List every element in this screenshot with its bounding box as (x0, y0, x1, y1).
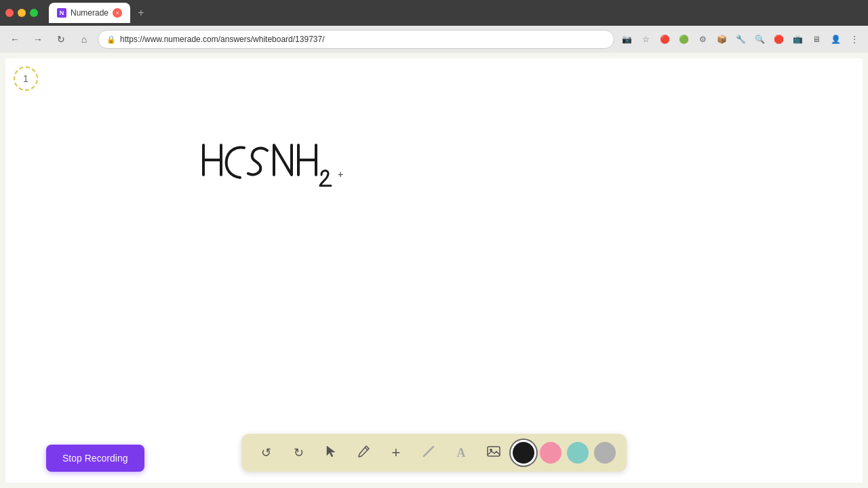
back-button[interactable]: ← (5, 30, 24, 49)
traffic-lights (5, 9, 38, 17)
extension-icon-6[interactable]: 🔍 (751, 31, 768, 47)
svg-text:+: + (338, 169, 343, 180)
home-button[interactable]: ⌂ (75, 30, 94, 49)
tab-title: Numerade (71, 8, 108, 18)
stop-recording-button[interactable]: Stop Recording (46, 445, 144, 472)
eraser-icon (422, 445, 435, 462)
undo-icon: ↺ (261, 445, 271, 460)
browser-window: N Numerade × + ← → ↻ ⌂ 🔒 https://www.num… (0, 0, 868, 488)
color-black-swatch[interactable] (513, 442, 534, 464)
whiteboard[interactable]: 1 + Stop Recording (5, 58, 863, 483)
redo-icon: ↻ (294, 445, 304, 460)
close-window-button[interactable] (5, 9, 14, 17)
bottom-toolbar: ↺ ↻ (241, 434, 627, 472)
color-pink-swatch[interactable] (540, 442, 561, 464)
camera-icon[interactable]: 📷 (618, 31, 635, 47)
image-tool-button[interactable] (480, 439, 507, 466)
maximize-window-button[interactable] (30, 9, 38, 17)
active-tab[interactable]: N Numerade × (49, 3, 130, 23)
text-tool-button[interactable]: A (448, 439, 475, 466)
tab-close-button[interactable]: × (113, 8, 122, 18)
add-icon: + (392, 444, 401, 462)
browser-toolbar-icons: 📷 ☆ 🔴 🟢 ⚙ 📦 🔧 🔍 🛑 📺 🖥 👤 ⋮ (618, 31, 863, 47)
menu-icon[interactable]: ⋮ (846, 31, 863, 47)
select-icon (324, 445, 338, 461)
title-bar: N Numerade × + (0, 0, 868, 26)
nav-bar: ← → ↻ ⌂ 🔒 https://www.numerade.com/answe… (0, 26, 868, 53)
tab-favicon: N (57, 8, 66, 18)
extension-icon-1[interactable]: 🔴 (656, 31, 673, 47)
tab-bar: N Numerade × + (49, 3, 863, 23)
pen-icon (357, 445, 370, 462)
profile-icon[interactable]: 👤 (827, 31, 844, 47)
color-green-swatch[interactable] (567, 442, 589, 464)
redo-button[interactable]: ↻ (285, 439, 312, 466)
extension-icon-3[interactable]: ⚙ (694, 31, 711, 47)
image-icon (486, 444, 501, 462)
minimize-window-button[interactable] (18, 9, 26, 17)
new-tab-button[interactable]: + (133, 5, 149, 21)
extension-icon-9[interactable]: 🖥 (808, 31, 825, 47)
select-tool-button[interactable] (317, 439, 344, 466)
url-text: https://www.numerade.com/answers/whitebo… (120, 35, 325, 44)
lock-icon: 🔒 (106, 35, 116, 44)
pen-tool-button[interactable] (350, 439, 377, 466)
svg-rect-2 (488, 447, 500, 456)
extension-icon-7[interactable]: 🛑 (770, 31, 787, 47)
content-area: 1 + Stop Recording (0, 53, 868, 488)
undo-button[interactable]: ↺ (252, 439, 279, 466)
add-tool-button[interactable]: + (382, 439, 410, 466)
extension-icon-2[interactable]: 🟢 (675, 31, 692, 47)
text-icon: A (457, 446, 466, 460)
extension-icon-8[interactable]: 📺 (789, 31, 806, 47)
page-number-badge: 1 (14, 66, 38, 91)
eraser-tool-button[interactable] (415, 439, 442, 466)
extension-icon-4[interactable]: 📦 (713, 31, 730, 47)
bookmark-icon[interactable]: ☆ (637, 31, 654, 47)
refresh-button[interactable]: ↻ (52, 30, 71, 49)
svg-line-1 (424, 447, 433, 456)
forward-button[interactable]: → (28, 30, 47, 49)
formula-drawing: + (195, 140, 385, 194)
color-gray-swatch[interactable] (594, 442, 616, 464)
extension-icon-5[interactable]: 🔧 (732, 31, 749, 47)
address-bar[interactable]: 🔒 https://www.numerade.com/answers/white… (98, 30, 614, 49)
